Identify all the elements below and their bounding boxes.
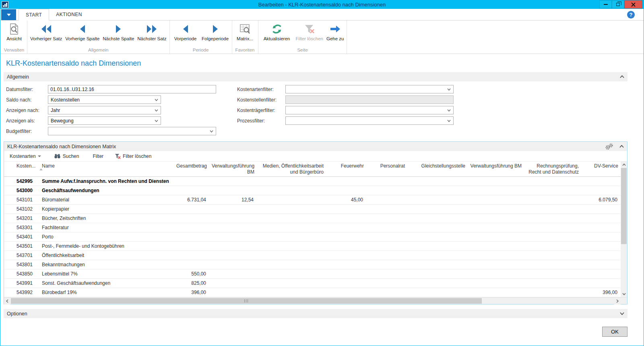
vorherige-spalte-label: Vorherige Spalte <box>65 36 99 42</box>
kostenartenfilter-label: Kostenartenfilter: <box>237 87 285 92</box>
table-row[interactable]: 543991 Sonst. Geschäftsaufwendungen 825,… <box>4 279 621 288</box>
saldo-nach-select[interactable]: Kostenstellen <box>48 95 161 104</box>
filter-button[interactable]: Filter <box>90 153 106 160</box>
table-row[interactable]: 542995 Summe Aufw.f.Inanspruchn. von Rec… <box>4 177 621 186</box>
vertical-scroll-thumb[interactable] <box>621 168 627 244</box>
ansicht-button[interactable]: Ansicht <box>2 21 26 47</box>
scroll-left-icon[interactable] <box>4 298 10 305</box>
row-value-dv-service[interactable]: 6.079,50 <box>581 197 621 203</box>
kostenartenfilter-select[interactable] <box>285 85 454 93</box>
table-row[interactable]: 543850 Lebensmittel 7% 550,00 <box>4 269 621 279</box>
aktualisieren-button[interactable]: Aktualisieren <box>260 21 294 47</box>
table-row[interactable]: 543102 Kopierpapier <box>4 205 621 214</box>
restore-button[interactable] <box>612 0 624 8</box>
table-row[interactable]: 543201 Bücher, Zeitschriften <box>4 214 621 223</box>
titlebar: Bearbeiten - KLR-Kostenartensaldo nach D… <box>0 0 644 9</box>
vorherige-spalte-button[interactable]: Vorherige Spalte <box>64 21 101 47</box>
column-header-verwaltungsfuehrung-bm-1[interactable]: Verwaltungsführung BM <box>209 163 257 175</box>
table-row[interactable]: 543992 Bürobedarf 19% 396,00 396,00 <box>4 288 621 297</box>
table-row[interactable]: 543000 Geschäftsaufwendungen <box>4 186 621 195</box>
minimize-button[interactable] <box>599 0 612 8</box>
budgetfilter-label: Budgetfilter: <box>6 128 48 134</box>
column-header-gleichstellungsstelle[interactable]: Gleichstellungsstelle <box>407 163 468 169</box>
fasttab-optionen-header[interactable]: Optionen <box>4 309 627 318</box>
column-header-rechnungspruefung[interactable]: Rechnungsprüfung, Recht und Datenschutz <box>524 163 581 175</box>
matrix-table: Kosten... Name Gesamtbetrag Verwaltungsf… <box>4 162 627 297</box>
group-label-allgemein: Allgemein <box>29 47 168 54</box>
row-code: 543102 <box>4 206 39 212</box>
column-header-feuerwehr[interactable]: Feuerwehr <box>326 163 366 169</box>
ribbon-group-seite: Aktualisieren Filter löschen Gehe zu <box>258 21 347 54</box>
naechste-spalte-button[interactable]: Nächste Spalte <box>101 21 136 47</box>
kostentraegerfilter-select[interactable] <box>285 106 454 114</box>
gehe-zu-button[interactable]: Gehe zu <box>325 21 345 47</box>
column-header-medien[interactable]: Medien, Öffentlichkeitsarbeit und Bürger… <box>257 163 326 175</box>
app-menu-button[interactable] <box>1 9 16 20</box>
kostenstellenfilter-input <box>285 95 454 104</box>
matrix-button[interactable]: Matrix... <box>233 21 257 47</box>
tab-start[interactable]: START <box>19 9 49 21</box>
column-header-name[interactable]: Name <box>39 163 169 169</box>
scroll-down-icon[interactable] <box>621 291 627 297</box>
minimize-icon <box>604 4 608 5</box>
column-header-kosten[interactable]: Kosten... <box>4 163 39 169</box>
tab-aktionen[interactable]: AKTIONEN <box>49 9 89 20</box>
table-row[interactable]: 543701 Öffentlichkeitsarbeit <box>4 251 621 260</box>
table-row[interactable]: 543401 Porto <box>4 232 621 242</box>
table-row[interactable]: 543501 Post-, Fernmelde- und Kontogebühr… <box>4 242 621 251</box>
row-value-verwaltungsfuehrung-bm-1[interactable]: 12,54 <box>209 197 257 203</box>
horizontal-scrollbar[interactable] <box>4 298 621 304</box>
anzeigen-nach-select[interactable]: Jahr <box>48 106 161 114</box>
application-window: Bearbeiten - KLR-Kostenartensaldo nach D… <box>0 0 644 346</box>
settings-gears-icon[interactable] <box>605 143 614 150</box>
ok-button[interactable]: OK <box>602 327 627 337</box>
row-name: Porto <box>39 234 169 240</box>
row-value-dv-service[interactable]: 396,00 <box>581 290 621 295</box>
naechster-satz-button[interactable]: Nächster Satz <box>136 21 168 47</box>
naechster-satz-label: Nächster Satz <box>137 36 166 42</box>
filter-loeschen-toolbar-button[interactable]: Filter löschen <box>112 153 154 160</box>
row-value-gesamtbetrag[interactable]: 396,00 <box>169 290 209 295</box>
column-header-gesamtbetrag[interactable]: Gesamtbetrag <box>169 163 209 169</box>
prozessfilter-select[interactable] <box>285 116 454 125</box>
restore-icon <box>616 3 620 6</box>
matrix-label: Matrix... <box>237 36 253 42</box>
expand-chevron-down-icon[interactable] <box>620 312 624 315</box>
fasttab-allgemein-header[interactable]: Allgemein <box>4 72 627 81</box>
anzeigen-als-select[interactable]: Bewegung <box>48 116 161 125</box>
ribbon-group-periode: Vorperiode Folgeperiode Periode <box>170 21 232 54</box>
row-code: 543301 <box>4 225 39 230</box>
scroll-right-icon[interactable] <box>614 298 621 305</box>
column-header-verwaltungsfuehrung-bm-2[interactable]: Verwaltungsführung BM <box>468 163 524 169</box>
suchen-button[interactable]: Suchen <box>52 153 82 160</box>
column-header-personalrat[interactable]: Personalrat <box>366 163 407 169</box>
table-row[interactable]: 543301 Fachliteratur <box>4 223 621 232</box>
table-row[interactable]: 543101 Büromaterial 6.731,04 12,54 45,00… <box>4 195 621 205</box>
column-header-dv-service[interactable]: DV-Service <box>581 163 621 169</box>
row-value-gesamtbetrag[interactable]: 550,00 <box>169 271 209 277</box>
scroll-up-icon[interactable] <box>621 162 627 168</box>
fasttab-matrix-header[interactable]: KLR-Kostenartensaldo nach Dimensionen Ma… <box>4 142 627 151</box>
row-value-gesamtbetrag[interactable]: 6.731,04 <box>169 197 209 203</box>
row-name: Summe Aufw.f.Inanspruchn. von Rechten un… <box>39 178 169 184</box>
row-name: Geschäftsaufwendungen <box>39 188 169 193</box>
help-icon[interactable]: ? <box>627 11 635 19</box>
close-button[interactable] <box>624 0 642 8</box>
datumsfilter-input[interactable] <box>48 85 216 93</box>
datumsfilter-label: Datumsfilter: <box>6 87 48 92</box>
row-value-feuerwehr[interactable]: 45,00 <box>326 197 366 203</box>
kostenarten-menu-button[interactable]: Kostenarten <box>7 153 43 160</box>
filter-loeschen-button[interactable]: Filter löschen <box>294 21 325 47</box>
vorheriger-satz-button[interactable]: Vorheriger Satz <box>29 21 64 47</box>
row-value-gesamtbetrag[interactable]: 825,00 <box>169 280 209 286</box>
folgeperiode-button[interactable]: Folgeperiode <box>200 21 231 47</box>
row-code: 543701 <box>4 253 39 258</box>
horizontal-scroll-thumb[interactable] <box>11 298 482 304</box>
collapse-chevron-up-icon[interactable] <box>619 145 624 148</box>
table-row[interactable]: 543801 Bekanntmachungen <box>4 260 621 269</box>
collapse-chevron-up-icon[interactable] <box>620 75 624 78</box>
vorperiode-button[interactable]: Vorperiode <box>171 21 200 47</box>
ribbon-group-favoriten: Matrix... Favoriten <box>232 21 258 54</box>
vertical-scrollbar[interactable] <box>621 162 627 297</box>
budgetfilter-select[interactable] <box>48 127 216 135</box>
